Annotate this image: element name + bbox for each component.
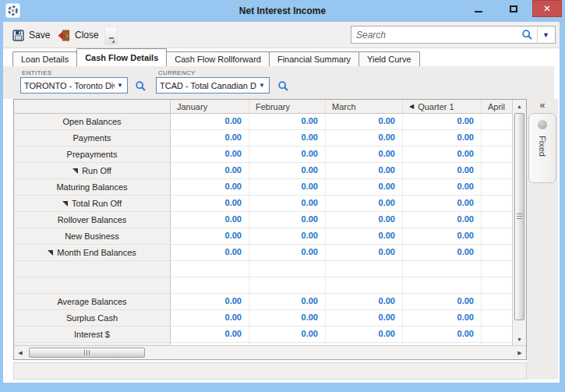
row-collapse-icon[interactable] — [48, 250, 53, 256]
row-header[interactable]: Total Run Off — [14, 196, 171, 212]
quarter-collapse-icon[interactable]: ◀ — [409, 103, 414, 110]
grid-cell[interactable] — [482, 310, 512, 327]
grid-cell[interactable]: 0.00 — [403, 196, 482, 212]
column-header[interactable]: January — [171, 100, 249, 114]
fixed-panel-tab[interactable]: Fixed — [528, 113, 556, 183]
column-header[interactable]: March — [326, 100, 403, 114]
row-header[interactable] — [14, 261, 171, 277]
tab-financial-summary[interactable]: Financial Summary — [269, 51, 359, 66]
close-button[interactable]: Close — [53, 26, 104, 44]
grid-cell[interactable] — [482, 163, 512, 179]
grid-cell[interactable]: 0.00 — [326, 179, 403, 196]
grid-cell[interactable] — [403, 261, 482, 277]
grid-cell[interactable]: 0.00 — [326, 163, 403, 179]
scroll-down-icon[interactable]: ▼ — [513, 333, 526, 345]
grid-cell[interactable] — [482, 327, 512, 343]
grid-cell[interactable] — [482, 196, 512, 212]
grid-cell[interactable]: 0.00 — [171, 212, 249, 228]
grid-cell[interactable]: 0.00 — [249, 196, 326, 212]
maximize-button[interactable] — [503, 0, 524, 17]
grid-cell[interactable]: 0.00 — [403, 163, 482, 179]
row-header[interactable]: Payments — [14, 130, 171, 147]
row-collapse-icon[interactable] — [62, 201, 68, 207]
minimize-button[interactable] — [468, 0, 489, 17]
grid-cell[interactable]: 0.00 — [403, 310, 482, 327]
grid-cell[interactable] — [482, 130, 512, 147]
row-header[interactable]: Surplus Cash — [14, 310, 171, 327]
grid-cell[interactable] — [249, 261, 326, 277]
grid-cell[interactable]: 0.00 — [249, 228, 326, 245]
grid-cell[interactable] — [326, 277, 403, 294]
tab-cash-flow-rollforward[interactable]: Cash Flow Rollforward — [166, 51, 270, 66]
grid-cell[interactable]: 0.00 — [171, 327, 249, 343]
grid-cell[interactable]: 0.00 — [249, 245, 326, 261]
grid-corner-cell[interactable] — [14, 100, 171, 114]
grid-cell[interactable] — [482, 277, 512, 294]
grid-cell[interactable]: 0.00 — [171, 114, 249, 130]
grid-cell[interactable] — [326, 261, 403, 277]
row-header[interactable]: Open Balances — [14, 114, 171, 130]
grid-cell[interactable]: 0.00 — [249, 294, 326, 310]
grid-cell[interactable] — [482, 261, 512, 277]
column-header[interactable]: April — [482, 100, 512, 114]
grid-cell[interactable]: 0.00 — [403, 114, 482, 130]
grid-cell[interactable]: 0.00 — [403, 228, 482, 245]
grid-cell[interactable]: 0.00 — [249, 310, 326, 327]
column-header[interactable]: ◀ Quarter 1 — [403, 100, 482, 114]
currency-search-icon[interactable] — [276, 79, 290, 93]
search-input[interactable] — [351, 27, 519, 42]
vertical-scrollbar-thumb[interactable] — [514, 113, 524, 320]
grid-cell[interactable]: 0.00 — [249, 163, 326, 179]
grid-cell[interactable] — [482, 294, 512, 310]
row-header[interactable]: Prepayments — [14, 147, 171, 163]
row-header[interactable]: Interest $ — [14, 327, 171, 343]
grid-cell[interactable]: 0.00 — [403, 327, 482, 343]
grid-cell[interactable] — [482, 147, 512, 163]
entities-combobox[interactable]: TORONTO - Toronto Div ▼ — [20, 77, 128, 94]
grid-cell[interactable] — [482, 245, 512, 261]
grid-cell[interactable]: 0.00 — [171, 163, 249, 179]
vertical-scrollbar[interactable]: ▲ ▼ — [512, 100, 526, 345]
grid-cell[interactable]: 0.00 — [326, 196, 403, 212]
grid-cell[interactable]: 0.00 — [403, 294, 482, 310]
grid-cell[interactable]: 0.00 — [326, 310, 403, 327]
grid-cell[interactable]: 0.00 — [326, 294, 403, 310]
grid-cell[interactable]: 0.00 — [403, 212, 482, 228]
grid-cell[interactable]: 0.00 — [171, 310, 249, 327]
grid-cell[interactable] — [482, 212, 512, 228]
scroll-up-icon[interactable]: ▲ — [513, 100, 526, 112]
grid-cell[interactable]: 0.00 — [326, 147, 403, 163]
grid-cell[interactable]: 0.00 — [326, 327, 403, 343]
tab-yield-curve[interactable]: Yield Curve — [358, 51, 419, 66]
grid-cell[interactable]: 0.00 — [326, 228, 403, 245]
panel-collapse-icon[interactable]: « — [535, 100, 550, 112]
grid-cell[interactable] — [482, 228, 512, 245]
grid-cell[interactable] — [482, 114, 512, 130]
grid-cell[interactable]: 0.00 — [171, 196, 249, 212]
scroll-left-icon[interactable]: ◀ — [14, 346, 26, 359]
grid-cell[interactable] — [171, 261, 249, 277]
tab-cash-flow-details[interactable]: Cash Flow Details — [76, 48, 167, 66]
grid-cell[interactable]: 0.00 — [403, 147, 482, 163]
grid-cell[interactable]: 0.00 — [171, 294, 249, 310]
row-header[interactable] — [14, 277, 171, 294]
grid-cell[interactable]: 0.00 — [249, 327, 326, 343]
grid-cell[interactable]: 0.00 — [326, 212, 403, 228]
grid-cell[interactable]: 0.00 — [249, 130, 326, 147]
row-header[interactable]: Run Off — [14, 163, 171, 179]
grid-cell[interactable]: 0.00 — [326, 114, 403, 130]
save-button[interactable]: Save — [8, 26, 55, 44]
grid-cell[interactable]: 0.00 — [249, 147, 326, 163]
grid-cell[interactable] — [171, 277, 249, 294]
grid-cell[interactable]: 0.00 — [326, 130, 403, 147]
currency-combobox[interactable]: TCAD - Total Canadian D ▼ — [156, 77, 270, 94]
horizontal-scrollbar[interactable]: ◀ ▶ — [14, 345, 526, 359]
grid-cell[interactable]: 0.00 — [403, 130, 482, 147]
grid-cell[interactable] — [403, 277, 482, 294]
grid-cell[interactable]: 0.00 — [171, 130, 249, 147]
window-close-button[interactable]: ✕ — [532, 0, 562, 17]
toolbar-overflow-button[interactable] — [104, 26, 118, 45]
grid-cell[interactable]: 0.00 — [249, 179, 326, 196]
entities-search-icon[interactable] — [133, 79, 147, 93]
scroll-right-icon[interactable]: ▶ — [514, 346, 526, 359]
